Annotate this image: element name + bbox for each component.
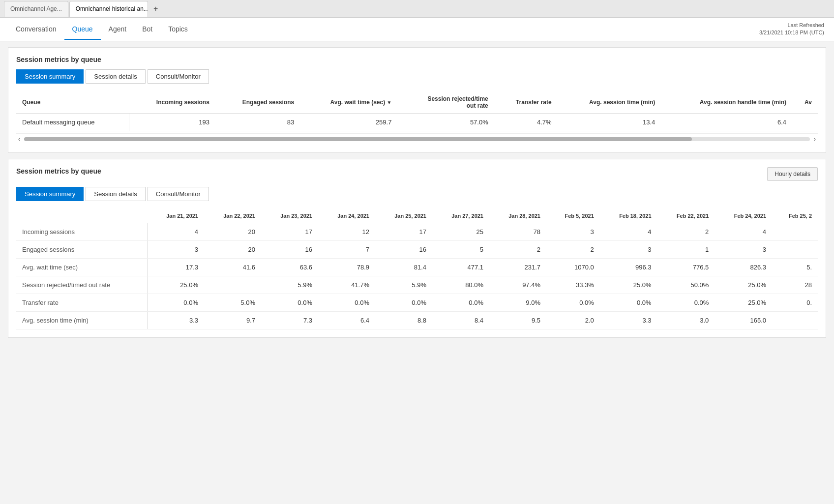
panel1-table-row: Default messaging queue19383259.757.0%4.… (16, 114, 818, 131)
panel2-cell-11 (772, 223, 818, 241)
panel2-cell-5: 477.1 (432, 259, 489, 276)
panel2-cell-11: 28 (772, 276, 818, 294)
browser-tab-2[interactable]: Omnichannel historical an... ✕ (69, 1, 148, 17)
panel1-tab-session-summary[interactable]: Session summary (16, 69, 84, 84)
panel2-cell-1: 9.7 (204, 312, 261, 329)
panel2-table-row: Avg. wait time (sec)17.341.663.678.981.4… (16, 259, 818, 276)
last-refreshed-info: Last Refreshed 3/21/2021 10:18 PM (UTC) (759, 22, 824, 37)
panel2-cell-8: 25.0% (600, 276, 657, 294)
col-avg-handle-time: Avg. session handle time (min) (661, 91, 792, 114)
panel2-cell-10: 826.3 (715, 259, 772, 276)
col-avg-wait-time[interactable]: Avg. wait time (sec) ▼ (300, 91, 397, 114)
panel2-cell-0: 4 (147, 223, 204, 241)
panel2-cell-1: 41.6 (204, 259, 261, 276)
nav-tab-topics[interactable]: Topics (160, 19, 196, 40)
panel2-date-header: Jan 22, 2021 (204, 209, 261, 223)
panel2-cell-5: 8.4 (432, 312, 489, 329)
panel1-cell-2: 83 (215, 114, 300, 131)
panel2-cell-9: 2 (657, 223, 715, 241)
panel2-cell-0: 17.3 (147, 259, 204, 276)
panel1-table: Queue Incoming sessions Engaged sessions… (16, 91, 818, 131)
col-engaged-sessions: Engaged sessions (215, 91, 300, 114)
panel2-date-header: Feb 25, 2 (772, 209, 818, 223)
panel2-date-header: Jan 28, 2021 (489, 209, 546, 223)
panel2-cell-6: 78 (489, 223, 546, 241)
panel2-date-header: Feb 24, 2021 (715, 209, 772, 223)
panel1-cell-0: Default messaging queue (16, 114, 129, 131)
panel1-cell-5: 4.7% (494, 114, 558, 131)
panel2-tab-consult-monitor[interactable]: Consult/Monitor (148, 187, 209, 201)
panel1-table-container: Queue Incoming sessions Engaged sessions… (16, 91, 818, 145)
panel1-table-header-row: Queue Incoming sessions Engaged sessions… (16, 91, 818, 114)
panel2-cell-0: 3.3 (147, 312, 204, 329)
panel1-scroll-row: ‹ › (16, 133, 818, 145)
panel1-sub-tabs: Session summary Session details Consult/… (16, 69, 818, 84)
add-tab-button[interactable]: + (149, 2, 163, 16)
panel2-cell-10: 165.0 (715, 312, 772, 329)
panel2-cell-7: 3 (546, 223, 600, 241)
panel2-table-row: Incoming sessions42017121725783424 (16, 223, 818, 241)
panel2-cell-1 (204, 276, 261, 294)
panel2-header: Session metrics by queue Hourly details (16, 167, 818, 181)
main-navigation: Conversation Queue Agent Bot Topics Last… (0, 18, 834, 41)
panel2-table-container: Jan 21, 2021Jan 22, 2021Jan 23, 2021Jan … (16, 209, 818, 329)
browser-tab-1-label: Omnichannel Age... (10, 5, 62, 12)
panel2-cell-6: 9.0% (489, 294, 546, 312)
panel2-cell-2: 63.6 (261, 259, 318, 276)
col-queue: Queue (16, 91, 129, 114)
nav-tab-bot[interactable]: Bot (134, 19, 160, 40)
panel-session-metrics-bottom: Session metrics by queue Hourly details … (8, 159, 826, 338)
panel2-tab-session-details[interactable]: Session details (86, 187, 145, 201)
last-refreshed-value: 3/21/2021 10:18 PM (UTC) (759, 29, 824, 36)
col-avg-session-time: Avg. session time (min) (558, 91, 661, 114)
col-transfer-rate: Transfer rate (494, 91, 558, 114)
last-refreshed-label: Last Refreshed (759, 22, 824, 29)
panel2-cell-2: 5.9% (261, 276, 318, 294)
panel1-cell-6: 13.4 (558, 114, 661, 131)
panel2-cell-11: 5. (772, 259, 818, 276)
panel2-cell-7: 2.0 (546, 312, 600, 329)
nav-tab-conversation[interactable]: Conversation (8, 19, 64, 40)
panel2-cell-2: 0.0% (261, 294, 318, 312)
panel1-tab-consult-monitor[interactable]: Consult/Monitor (148, 69, 209, 84)
panel2-date-header: Feb 18, 2021 (600, 209, 657, 223)
panel2-cell-5: 80.0% (432, 276, 489, 294)
panel2-tab-session-summary[interactable]: Session summary (16, 187, 84, 201)
panel2-cell-3: 0.0% (318, 294, 375, 312)
scroll-right-icon[interactable]: › (812, 136, 818, 143)
panel2-cell-9: 776.5 (657, 259, 715, 276)
panel2-cell-11 (772, 312, 818, 329)
panel2-cell-6: 2 (489, 241, 546, 259)
panel2-cell-10: 25.0% (715, 294, 772, 312)
panel1-cell-8 (792, 114, 818, 131)
panel2-cell-4: 5.9% (375, 276, 432, 294)
panel2-date-header: Jan 24, 2021 (318, 209, 375, 223)
panel2-metric-label: Engaged sessions (16, 241, 147, 259)
scroll-left-icon[interactable]: ‹ (16, 136, 22, 143)
panel2-cell-9: 50.0% (657, 276, 715, 294)
hourly-details-button[interactable]: Hourly details (767, 167, 818, 181)
col-metric-header (16, 209, 147, 223)
panel1-scrollbar-track[interactable] (24, 137, 810, 141)
browser-tab-1[interactable]: Omnichannel Age... (4, 1, 68, 17)
panel2-cell-7: 0.0% (546, 294, 600, 312)
nav-tab-agent[interactable]: Agent (101, 19, 135, 40)
panel2-cell-5: 0.0% (432, 294, 489, 312)
panel1-scrollbar-thumb (24, 137, 692, 141)
panel1-cell-3: 259.7 (300, 114, 397, 131)
col-session-rejected: Session rejected/timeout rate (397, 91, 494, 114)
panel2-cell-1: 5.0% (204, 294, 261, 312)
col-incoming-sessions: Incoming sessions (129, 91, 215, 114)
panel2-date-header: Jan 27, 2021 (432, 209, 489, 223)
panel2-cell-3: 6.4 (318, 312, 375, 329)
panel2-title: Session metrics by queue (16, 167, 101, 175)
sort-down-icon: ▼ (387, 100, 392, 105)
panel2-cell-0: 0.0% (147, 294, 204, 312)
panel1-tab-session-details[interactable]: Session details (86, 69, 145, 84)
panel-session-metrics-top: Session metrics by queue Session summary… (8, 47, 826, 153)
nav-tab-queue[interactable]: Queue (64, 19, 101, 40)
panel2-date-header: Jan 23, 2021 (261, 209, 318, 223)
panel2-sub-tabs: Session summary Session details Consult/… (16, 187, 818, 201)
browser-tab-2-label: Omnichannel historical an... (76, 5, 148, 12)
panel2-cell-8: 3.3 (600, 312, 657, 329)
